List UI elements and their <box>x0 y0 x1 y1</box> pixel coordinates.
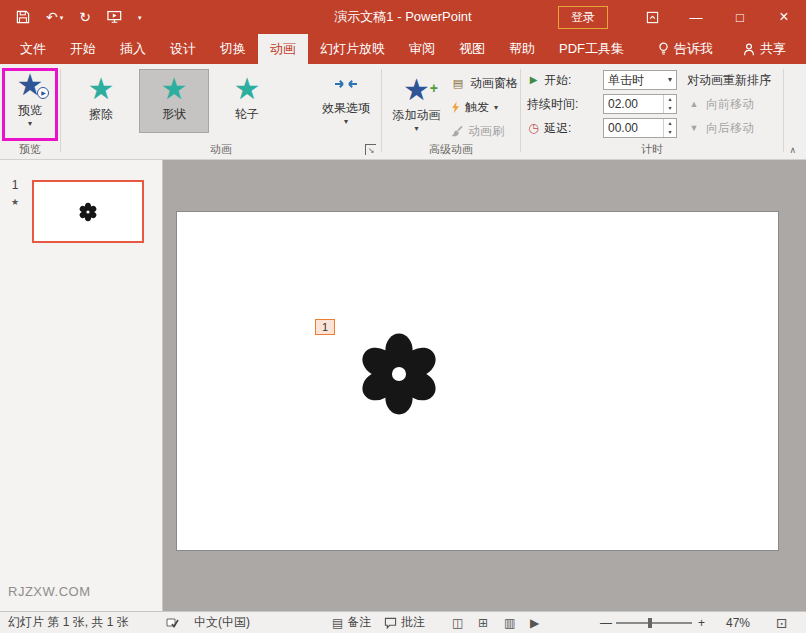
redo-button[interactable]: ↻ <box>79 10 91 24</box>
clock-icon: ◷ <box>527 122 540 134</box>
animation-effect-wipe[interactable]: ★ 擦除 <box>66 69 136 133</box>
slide-thumbnail[interactable] <box>32 180 144 243</box>
group-label-animation: 动画 <box>61 142 381 157</box>
tab-slide-show[interactable]: 幻灯片放映 <box>308 34 397 64</box>
move-earlier-label: 向前移动 <box>706 96 754 113</box>
animation-painter-label: 动画刷 <box>468 123 504 140</box>
tab-review[interactable]: 审阅 <box>397 34 447 64</box>
duration-stepper[interactable]: ▴▾ <box>663 95 676 113</box>
duration-input[interactable]: 02.00 ▴▾ <box>603 94 677 114</box>
tab-transitions[interactable]: 切换 <box>208 34 258 64</box>
quick-access-toolbar: ↶ ▾ ↻ ▾ <box>0 10 142 24</box>
spellcheck-button[interactable] <box>166 612 180 633</box>
lightning-icon <box>451 101 460 114</box>
spellcheck-icon <box>166 617 180 629</box>
ribbon-display-options-button[interactable] <box>630 0 674 34</box>
flower-shape[interactable] <box>355 330 443 418</box>
tell-me-label: 告诉我 <box>674 34 713 64</box>
chevron-down-icon: ▾ <box>138 14 142 21</box>
zoom-in-button[interactable]: + <box>698 612 705 633</box>
tab-tell-me[interactable]: 告诉我 <box>646 34 725 64</box>
slide-canvas: 1 <box>163 160 806 611</box>
animation-indicator-star-icon[interactable]: ★ <box>11 197 19 207</box>
animation-painter-button[interactable]: 动画刷 <box>451 121 518 141</box>
delay-stepper[interactable]: ▴▾ <box>663 119 676 137</box>
tab-design[interactable]: 设计 <box>158 34 208 64</box>
chevron-down-icon: ▾ <box>344 118 348 126</box>
minimize-button[interactable]: — <box>674 0 718 34</box>
start-value: 单击时 <box>604 72 664 89</box>
slide-info[interactable]: 幻灯片 第 1 张, 共 1 张 <box>8 612 129 633</box>
animation-effect-wheel[interactable]: ★ 轮子 <box>212 69 282 133</box>
zoom-level[interactable]: 47% <box>726 612 750 633</box>
view-slideshow-button[interactable]: ▶ <box>530 612 539 633</box>
tab-animations[interactable]: 动画 <box>258 34 308 64</box>
preview-button[interactable]: ★ ▶ 预览 ▾ <box>0 64 60 140</box>
start-dropdown[interactable]: 单击时 ▾ <box>603 70 677 90</box>
trigger-label: 触发 <box>465 99 489 116</box>
notes-icon: ▤ <box>332 616 343 630</box>
comments-label: 批注 <box>401 614 425 631</box>
animation-effect-shape[interactable]: ★ 形状 <box>139 69 209 133</box>
tab-view[interactable]: 视图 <box>447 34 497 64</box>
group-label-preview: 预览 <box>0 142 60 157</box>
preview-group: ★ ▶ 预览 ▾ 预览 <box>0 64 60 159</box>
effect-label: 形状 <box>162 106 186 123</box>
zoom-track[interactable] <box>616 622 692 624</box>
login-button[interactable]: 登录 <box>558 6 608 29</box>
tab-help[interactable]: 帮助 <box>497 34 547 64</box>
save-icon <box>16 10 30 24</box>
comments-button[interactable]: 批注 <box>384 612 425 633</box>
chevron-down-icon: ▾ <box>414 125 418 133</box>
collapse-ribbon-button[interactable]: ∧ <box>789 145 796 155</box>
tab-file[interactable]: 文件 <box>8 34 58 64</box>
save-button[interactable] <box>16 10 30 24</box>
slideshow-monitor-icon <box>107 10 122 24</box>
animation-number-badge[interactable]: 1 <box>315 319 335 335</box>
tab-home[interactable]: 开始 <box>58 34 108 64</box>
view-normal-button[interactable]: ◫ <box>452 612 463 633</box>
lightbulb-icon <box>658 42 669 56</box>
maximize-button[interactable]: □ <box>718 0 762 34</box>
view-slide-sorter-button[interactable]: ⊞ <box>478 612 488 633</box>
chevron-down-icon: ▾ <box>28 120 32 128</box>
undo-button[interactable]: ↶ ▾ <box>46 10 63 24</box>
share-label: 共享 <box>760 34 786 64</box>
slide-number: 1 <box>12 178 19 192</box>
language-button[interactable]: 中文(中国) <box>194 612 250 633</box>
zoom-slider[interactable] <box>616 612 692 633</box>
notes-button[interactable]: ▤ 备注 <box>332 612 371 633</box>
ribbon-display-icon <box>646 11 659 24</box>
tab-pdf-tools[interactable]: PDF工具集 <box>547 34 636 64</box>
group-separator <box>783 69 784 152</box>
tab-insert[interactable]: 插入 <box>108 34 158 64</box>
star-icon: ★ <box>161 72 188 106</box>
redo-icon: ↻ <box>79 10 91 24</box>
group-label-advanced-animation: 高级动画 <box>382 142 520 157</box>
animation-group: ★ 擦除 ★ 形状 ★ 轮子 效果选项 ▾ ↘ 动画 <box>61 64 381 159</box>
delay-input[interactable]: 00.00 ▴▾ <box>603 118 677 138</box>
close-button[interactable]: × <box>762 0 806 34</box>
start-slideshow-button[interactable] <box>107 10 122 24</box>
duration-label: 持续时间: <box>527 96 578 113</box>
effect-options-button[interactable]: 效果选项 ▾ <box>315 69 377 126</box>
slide[interactable]: 1 <box>177 212 778 550</box>
animation-pane-label: 动画窗格 <box>470 75 518 92</box>
comment-icon <box>384 617 397 629</box>
chevron-down-icon: ▾ <box>60 14 64 21</box>
duration-value: 02.00 <box>604 97 663 111</box>
animation-pane-button[interactable]: ▤ 动画窗格 <box>451 73 518 93</box>
move-later-label: 向后移动 <box>706 120 754 137</box>
move-later-button[interactable]: ▼ 向后移动 <box>687 118 771 138</box>
fit-to-window-button[interactable]: ⊡ <box>776 612 788 633</box>
add-animation-button[interactable]: ★ + 添加动画 ▾ <box>388 69 445 145</box>
zoom-thumb[interactable] <box>648 618 652 628</box>
view-reading-button[interactable]: ▥ <box>504 612 515 633</box>
customize-qat-button[interactable]: ▾ <box>138 14 142 21</box>
move-earlier-button[interactable]: ▲ 向前移动 <box>687 94 771 114</box>
trigger-button[interactable]: 触发 ▾ <box>451 97 518 117</box>
move-later-icon: ▼ <box>687 124 701 133</box>
zoom-out-button[interactable]: — <box>600 612 612 633</box>
share-button[interactable]: 共享 <box>731 34 798 64</box>
effect-label: 轮子 <box>235 106 259 123</box>
